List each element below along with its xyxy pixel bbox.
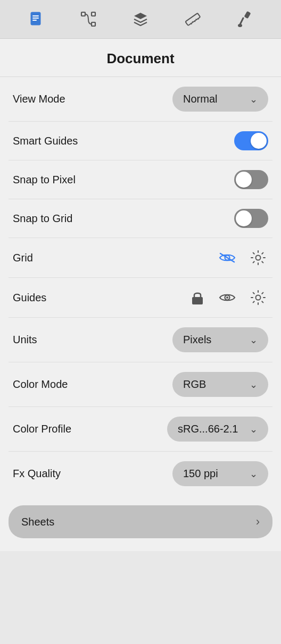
snap-to-pixel-toggle[interactable] [234, 170, 268, 189]
sheets-section: Sheets › [0, 496, 281, 551]
guides-lock-button[interactable] [188, 287, 206, 308]
settings-body: View Mode Normal ⌄ Smart Guides Snap to … [0, 77, 281, 496]
fx-quality-dropdown[interactable]: 150 ppi ⌄ [172, 461, 268, 486]
toolbar-item-layers[interactable] [129, 7, 152, 31]
toolbar-item-ruler[interactable] [181, 7, 204, 31]
toolbar [0, 0, 281, 39]
svg-rect-15 [244, 11, 251, 19]
smart-guides-toggle[interactable] [234, 131, 268, 150]
grid-row: Grid [9, 238, 272, 278]
chevron-down-icon: ⌄ [250, 94, 258, 105]
svg-rect-9 [185, 13, 200, 26]
smart-guides-toggle-wrap [234, 131, 268, 150]
chevron-down-icon: ⌄ [250, 423, 258, 435]
svg-line-16 [240, 18, 243, 24]
color-mode-row: Color Mode RGB ⌄ [9, 362, 272, 407]
svg-point-23 [226, 296, 228, 299]
snap-to-pixel-row: Snap to Pixel [9, 160, 272, 199]
svg-rect-7 [92, 22, 95, 26]
svg-rect-6 [92, 12, 95, 16]
view-mode-row: View Mode Normal ⌄ [9, 77, 272, 122]
page-title: Document [0, 50, 281, 67]
snap-to-pixel-knob [236, 172, 252, 188]
guides-row: Guides [9, 278, 272, 318]
svg-rect-5 [81, 12, 85, 16]
chevron-right-icon: › [256, 515, 260, 529]
smart-guides-knob [251, 133, 267, 149]
chevron-down-icon: ⌄ [250, 334, 258, 346]
svg-point-20 [256, 256, 261, 260]
color-profile-value: sRG...66-2.1 [178, 423, 238, 435]
color-mode-value: RGB [183, 378, 206, 391]
grid-visibility-button[interactable] [216, 249, 238, 266]
guides-visibility-button[interactable] [216, 289, 238, 306]
snap-to-grid-toggle[interactable] [234, 209, 268, 228]
snap-to-grid-toggle-wrap [234, 209, 268, 228]
color-mode-label: Color Mode [13, 378, 68, 391]
svg-rect-21 [192, 297, 203, 304]
grid-label: Grid [13, 252, 33, 264]
units-dropdown[interactable]: Pixels ⌄ [172, 327, 268, 352]
svg-point-17 [238, 24, 242, 27]
svg-marker-8 [134, 13, 147, 19]
toolbar-item-paint[interactable] [233, 7, 256, 31]
guides-icon-group [188, 287, 268, 308]
snap-to-grid-knob [236, 210, 252, 226]
chevron-down-icon: ⌄ [250, 468, 258, 480]
fx-quality-label: Fx Quality [13, 468, 61, 480]
guides-label: Guides [13, 292, 46, 304]
snap-to-pixel-toggle-wrap [234, 170, 268, 189]
color-profile-label: Color Profile [13, 423, 71, 435]
color-profile-row: Color Profile sRG...66-2.1 ⌄ [9, 407, 272, 452]
toolbar-item-document[interactable] [25, 7, 48, 31]
view-mode-value: Normal [183, 93, 217, 105]
chevron-down-icon: ⌄ [250, 379, 258, 391]
grid-settings-button[interactable] [248, 248, 268, 268]
color-profile-dropdown[interactable]: sRG...66-2.1 ⌄ [167, 417, 268, 442]
fx-quality-value: 150 ppi [183, 468, 218, 480]
snap-to-grid-row: Snap to Grid [9, 199, 272, 238]
smart-guides-row: Smart Guides [9, 122, 272, 160]
units-row: Units Pixels ⌄ [9, 318, 272, 362]
toolbar-item-path[interactable] [77, 7, 100, 31]
units-value: Pixels [183, 334, 211, 346]
snap-to-pixel-label: Snap to Pixel [13, 174, 76, 186]
sheets-button[interactable]: Sheets › [9, 505, 272, 538]
view-mode-label: View Mode [13, 93, 65, 105]
page-title-area: Document [0, 39, 281, 77]
units-label: Units [13, 334, 37, 346]
svg-line-11 [192, 21, 193, 22]
guides-settings-button[interactable] [248, 287, 268, 308]
svg-point-24 [256, 295, 261, 300]
view-mode-dropdown[interactable]: Normal ⌄ [172, 87, 268, 112]
sheets-label: Sheets [21, 516, 54, 528]
grid-icon-group [216, 248, 268, 268]
color-mode-dropdown[interactable]: RGB ⌄ [172, 372, 268, 397]
smart-guides-label: Smart Guides [13, 135, 78, 147]
snap-to-grid-label: Snap to Grid [13, 213, 72, 225]
fx-quality-row: Fx Quality 150 ppi ⌄ [9, 452, 272, 496]
svg-line-13 [195, 19, 196, 20]
